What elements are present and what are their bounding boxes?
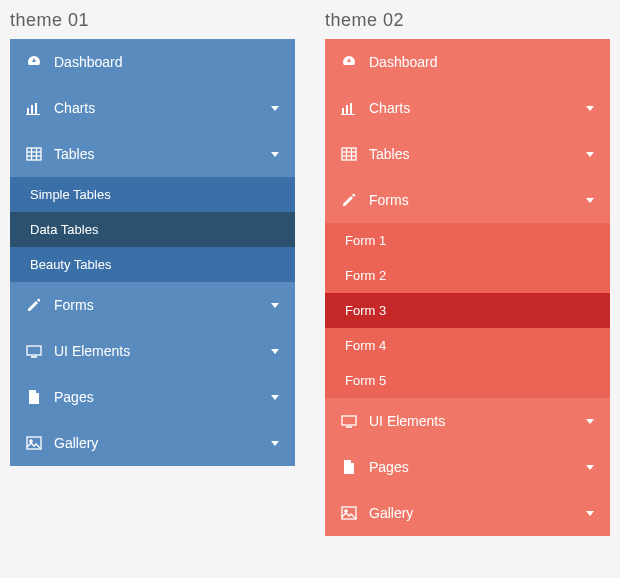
dashboard-icon xyxy=(26,54,42,70)
chevron-down-icon xyxy=(271,395,279,400)
forms-icon xyxy=(26,297,42,313)
sidebar-item-label: Dashboard xyxy=(369,54,594,70)
svg-rect-2 xyxy=(35,103,37,114)
svg-rect-22 xyxy=(342,416,356,425)
pages-icon xyxy=(341,459,357,475)
sidebar-item-ui-elements[interactable]: UI Elements xyxy=(10,328,295,374)
gallery-icon xyxy=(341,505,357,521)
svg-rect-13 xyxy=(342,108,344,114)
submenu-item-beauty-tables[interactable]: Beauty Tables xyxy=(10,247,295,282)
sidebar-item-label: UI Elements xyxy=(54,343,271,359)
sidebar-theme-2: Dashboard Charts Tables Forms Form 1 xyxy=(325,39,610,536)
sidebar-item-forms[interactable]: Forms xyxy=(325,177,610,223)
sidebar-item-label: Tables xyxy=(369,146,586,162)
submenu-item-data-tables[interactable]: Data Tables xyxy=(10,212,295,247)
svg-rect-16 xyxy=(341,114,355,115)
sidebar-item-forms[interactable]: Forms xyxy=(10,282,295,328)
svg-rect-9 xyxy=(27,346,41,355)
submenu-item-form-2[interactable]: Form 2 xyxy=(325,258,610,293)
submenu-item-form-3[interactable]: Form 3 xyxy=(325,293,610,328)
sidebar-item-gallery[interactable]: Gallery xyxy=(325,490,610,536)
svg-rect-17 xyxy=(342,148,356,160)
sidebar-item-label: Tables xyxy=(54,146,271,162)
chevron-down-icon xyxy=(586,106,594,111)
dashboard-icon xyxy=(341,54,357,70)
chevron-down-icon xyxy=(271,441,279,446)
chevron-down-icon xyxy=(271,152,279,157)
charts-icon xyxy=(26,100,42,116)
sidebar-theme-1: Dashboard Charts Tables Simple Tables Da… xyxy=(10,39,295,466)
chevron-down-icon xyxy=(271,106,279,111)
chevron-down-icon xyxy=(271,349,279,354)
sidebar-item-gallery[interactable]: Gallery xyxy=(10,420,295,466)
sidebar-item-dashboard[interactable]: Dashboard xyxy=(325,39,610,85)
svg-rect-4 xyxy=(27,148,41,160)
submenu-item-simple-tables[interactable]: Simple Tables xyxy=(10,177,295,212)
sidebar-item-label: Forms xyxy=(54,297,271,313)
sidebar-item-label: Gallery xyxy=(54,435,271,451)
sidebar-item-label: Charts xyxy=(369,100,586,116)
sidebar-item-ui-elements[interactable]: UI Elements xyxy=(325,398,610,444)
pages-icon xyxy=(26,389,42,405)
svg-rect-0 xyxy=(27,108,29,114)
sidebar-item-tables[interactable]: Tables xyxy=(325,131,610,177)
ui-icon xyxy=(26,343,42,359)
submenu-item-form-1[interactable]: Form 1 xyxy=(325,223,610,258)
sidebar-item-tables[interactable]: Tables xyxy=(10,131,295,177)
sidebar-item-dashboard[interactable]: Dashboard xyxy=(10,39,295,85)
sidebar-item-label: Pages xyxy=(369,459,586,475)
svg-point-12 xyxy=(30,440,32,442)
sidebar-item-pages[interactable]: Pages xyxy=(325,444,610,490)
chevron-down-icon xyxy=(586,465,594,470)
sidebar-item-charts[interactable]: Charts xyxy=(325,85,610,131)
sidebar-item-label: Pages xyxy=(54,389,271,405)
sidebar-item-label: Gallery xyxy=(369,505,586,521)
tables-icon xyxy=(26,146,42,162)
gallery-icon xyxy=(26,435,42,451)
sidebar-item-charts[interactable]: Charts xyxy=(10,85,295,131)
theme-title-2: theme 02 xyxy=(325,10,610,31)
svg-point-25 xyxy=(345,510,347,512)
chevron-down-icon xyxy=(586,511,594,516)
tables-icon xyxy=(341,146,357,162)
svg-rect-15 xyxy=(350,103,352,114)
sidebar-item-label: Charts xyxy=(54,100,271,116)
theme-title-1: theme 01 xyxy=(10,10,295,31)
svg-rect-3 xyxy=(26,114,40,115)
chevron-down-icon xyxy=(586,198,594,203)
sidebar-item-label: Forms xyxy=(369,192,586,208)
sidebar-item-label: UI Elements xyxy=(369,413,586,429)
charts-icon xyxy=(341,100,357,116)
submenu-tables: Simple Tables Data Tables Beauty Tables xyxy=(10,177,295,282)
submenu-item-form-4[interactable]: Form 4 xyxy=(325,328,610,363)
submenu-forms: Form 1 Form 2 Form 3 Form 4 Form 5 xyxy=(325,223,610,398)
forms-icon xyxy=(341,192,357,208)
chevron-down-icon xyxy=(586,419,594,424)
svg-rect-1 xyxy=(31,105,33,114)
svg-rect-14 xyxy=(346,105,348,114)
sidebar-item-pages[interactable]: Pages xyxy=(10,374,295,420)
chevron-down-icon xyxy=(586,152,594,157)
sidebar-item-label: Dashboard xyxy=(54,54,279,70)
submenu-item-form-5[interactable]: Form 5 xyxy=(325,363,610,398)
chevron-down-icon xyxy=(271,303,279,308)
ui-icon xyxy=(341,413,357,429)
